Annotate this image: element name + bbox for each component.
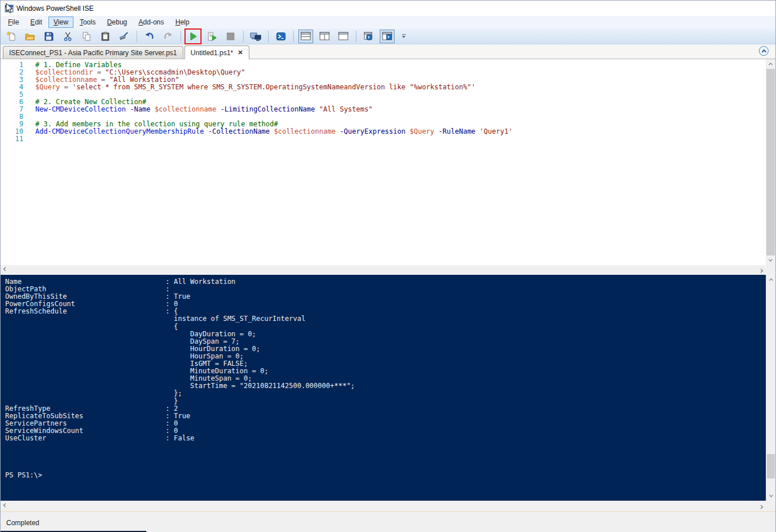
chevron-up-icon — [761, 50, 766, 54]
clear-console-icon — [119, 32, 129, 41]
paste-icon — [101, 32, 110, 41]
script-editor[interactable]: 1# 1. Define Variables2$collectiondir = … — [1, 59, 766, 265]
script-tab-1[interactable]: Untitled1.ps1*✕ — [184, 46, 249, 59]
editor-vertical-scrollbar[interactable] — [766, 59, 775, 265]
toolbar — [1, 28, 775, 44]
toolbar-overflow-button[interactable] — [400, 30, 408, 43]
scroll-right-button[interactable] — [756, 501, 766, 511]
title-bar: Windows PowerShell ISE — [1, 1, 775, 16]
scroll-right-button[interactable] — [756, 265, 766, 275]
line-number: 11 — [1, 135, 23, 143]
redo-button[interactable] — [161, 30, 175, 43]
scroll-down-button[interactable] — [766, 491, 775, 501]
tab-label: Untitled1.ps1* — [191, 49, 233, 57]
powershell-ise-window: Windows PowerShell ISE FileEditViewTools… — [0, 0, 776, 532]
show-script-pane-right-button[interactable] — [317, 30, 332, 43]
code-line: 11 — [1, 135, 766, 143]
redo-icon — [163, 32, 173, 41]
show-script-pane-right-icon — [319, 32, 330, 40]
script-tab-0[interactable]: ISEConnect_PS1 - Asia Pacific Primary Si… — [3, 46, 183, 59]
tab-label: ISEConnect_PS1 - Asia Pacific Primary Si… — [9, 49, 177, 57]
window-title: Windows PowerShell ISE — [17, 5, 93, 13]
run-script-button[interactable] — [186, 30, 200, 43]
menu-item-file[interactable]: File — [3, 17, 24, 28]
stop-icon — [227, 32, 235, 40]
code-line: 10Add-CMDeviceCollectionQueryMembershipR… — [1, 128, 766, 135]
show-script-pane-top-button[interactable] — [298, 30, 313, 43]
run-selection-button[interactable] — [204, 30, 219, 43]
run-script-icon — [189, 32, 198, 41]
scrollbar-corner — [766, 265, 775, 275]
toolbar-separator — [243, 31, 244, 42]
show-console-pane-button[interactable] — [380, 30, 395, 43]
open-script-icon — [25, 32, 35, 41]
status-text: Completed — [6, 519, 39, 527]
undo-icon — [145, 32, 154, 41]
stop-button[interactable] — [223, 30, 238, 43]
open-script-button[interactable] — [23, 30, 38, 43]
scroll-up-button[interactable] — [766, 59, 775, 69]
scroll-down-button[interactable] — [766, 255, 775, 265]
cut-button[interactable] — [60, 30, 75, 43]
new-script-icon — [7, 31, 17, 41]
save-icon — [44, 32, 54, 41]
powershell-ise-app-icon — [5, 4, 14, 13]
show-script-pane-maximized-icon — [338, 32, 348, 40]
toolbar-separator — [180, 31, 181, 42]
script-tab-bar: ISEConnect_PS1 - Asia Pacific Primary Si… — [1, 44, 775, 59]
console-vertical-scrollbar[interactable] — [766, 275, 775, 501]
new-powershell-tab-button[interactable] — [361, 30, 376, 43]
undo-button[interactable] — [142, 30, 157, 43]
paste-button[interactable] — [98, 30, 113, 43]
console-output: Name : All Workstation ObjectPath : Owne… — [5, 278, 766, 480]
console-pane[interactable]: Name : All Workstation ObjectPath : Owne… — [1, 275, 766, 501]
collapse-script-pane-button[interactable] — [759, 46, 769, 56]
close-tab-icon[interactable]: ✕ — [238, 49, 243, 56]
scroll-up-button[interactable] — [766, 275, 775, 284]
code-line: 4$Query = 'select * from SMS_R_SYSTEM wh… — [1, 84, 766, 91]
toolbar-separator — [356, 31, 356, 42]
toolbar-separator — [293, 31, 294, 42]
scrollbar-corner — [766, 501, 775, 511]
toolbar-separator — [137, 31, 137, 42]
show-console-pane-icon — [382, 32, 392, 40]
menu-item-help[interactable]: Help — [170, 17, 195, 28]
copy-icon — [82, 32, 91, 41]
menu-bar: FileEditViewToolsDebugAdd-onsHelp — [1, 16, 775, 28]
menu-item-edit[interactable]: Edit — [25, 17, 47, 28]
new-powershell-tab-icon — [364, 32, 373, 41]
console-horizontal-scrollbar[interactable] — [1, 501, 766, 511]
save-button[interactable] — [42, 30, 56, 43]
start-powershell-button[interactable] — [273, 30, 288, 43]
show-script-pane-top-icon — [301, 32, 311, 40]
toolbar-overflow-icon — [402, 34, 406, 35]
scroll-left-button[interactable] — [1, 265, 10, 275]
menu-item-debug[interactable]: Debug — [102, 17, 132, 28]
scroll-left-button[interactable] — [1, 501, 10, 511]
cut-icon — [63, 32, 72, 41]
toolbar-separator — [268, 31, 269, 42]
new-remote-powershell-tab-icon — [250, 32, 261, 41]
menu-item-tools[interactable]: Tools — [75, 17, 101, 28]
code-line: 7New-CMDeviceCollection -Name $collectio… — [1, 106, 766, 113]
menu-item-add-ons[interactable]: Add-ons — [133, 17, 169, 28]
show-script-pane-maximized-button[interactable] — [336, 30, 351, 43]
copy-button[interactable] — [79, 30, 94, 43]
new-script-button[interactable] — [4, 30, 19, 43]
menu-item-view[interactable]: View — [48, 17, 73, 28]
status-bar: Completed — [1, 511, 775, 532]
clear-console-button[interactable] — [117, 30, 132, 43]
start-powershell-icon — [276, 32, 286, 41]
new-remote-powershell-tab-button[interactable] — [248, 30, 263, 43]
editor-horizontal-scrollbar[interactable] — [1, 265, 766, 275]
run-selection-icon — [207, 32, 217, 41]
